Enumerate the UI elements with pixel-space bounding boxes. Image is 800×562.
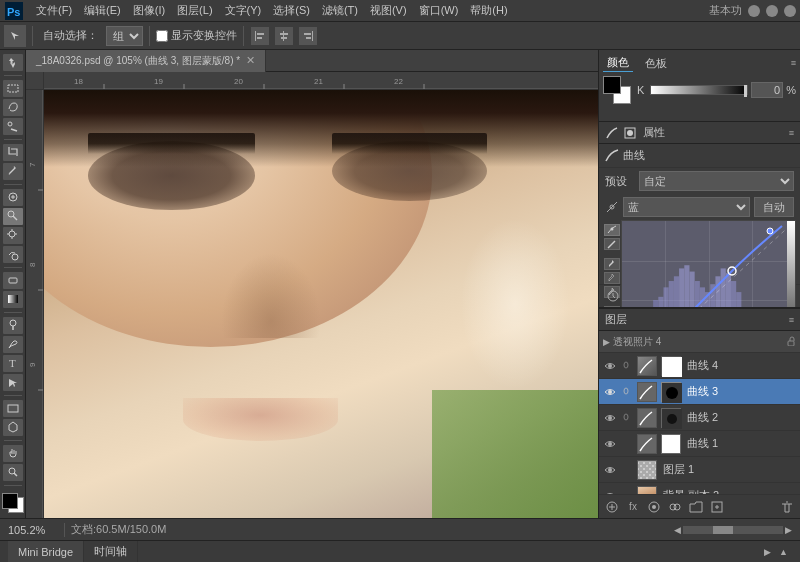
align-center-btn[interactable] (275, 27, 293, 45)
color-panel-tab1[interactable]: 颜色 (603, 54, 633, 72)
tool-brush[interactable] (3, 208, 23, 225)
scroll-arrow-right[interactable]: ▶ (785, 525, 792, 535)
menu-text[interactable]: 文字(Y) (219, 1, 268, 20)
menu-edit[interactable]: 编辑(E) (78, 1, 127, 20)
curves-reset-btn[interactable] (605, 288, 621, 304)
add-folder-btn[interactable] (687, 498, 705, 516)
properties-panel: 属性 ≡ 曲线 预设 自定 (599, 122, 800, 308)
tool-text[interactable]: T (3, 355, 23, 372)
tool-arrow[interactable] (4, 25, 26, 47)
tool-history-brush[interactable] (3, 246, 23, 263)
svg-line-54 (608, 241, 615, 248)
show-transform-checkbox[interactable] (156, 30, 168, 42)
eye-icon-curves1[interactable] (603, 437, 617, 451)
tool-clone[interactable] (3, 227, 23, 244)
properties-title: 属性 (643, 125, 665, 140)
layer-item-bg-copy2[interactable]: 背景 副本 2 (599, 483, 800, 494)
scroll-thumb[interactable] (713, 526, 733, 534)
fx-btn[interactable]: fx (624, 498, 642, 516)
curves-label: 曲线 (623, 148, 645, 163)
curve-area: WA (599, 220, 800, 284)
delete-layer-btn[interactable] (778, 498, 796, 516)
tool-lasso[interactable] (3, 99, 23, 116)
properties-panel-menu[interactable]: ≡ (789, 128, 794, 138)
curve-tool-eyedrop-sample[interactable] (604, 258, 620, 270)
tool-marquee[interactable] (3, 80, 23, 97)
menu-layer[interactable]: 图层(L) (171, 1, 218, 20)
bottom-scroll-right[interactable]: ▶ (760, 547, 775, 557)
svg-rect-4 (257, 33, 264, 35)
menu-file[interactable]: 文件(F) (30, 1, 78, 20)
tool-healing[interactable] (3, 189, 23, 206)
layer-thumb-curves4 (637, 356, 657, 376)
tool-3d[interactable] (3, 419, 23, 436)
eye-icon-curves4[interactable] (603, 359, 617, 373)
curve-selector-icon (605, 200, 619, 214)
layer-item-curves4[interactable]: 曲线 4 (599, 353, 800, 379)
curve-tool-pencil[interactable] (604, 238, 620, 250)
bottom-expand[interactable]: ▲ (775, 547, 792, 557)
align-right-btn[interactable] (299, 27, 317, 45)
preset-select[interactable]: 自定 (639, 171, 794, 191)
k-gradient-bar[interactable] (650, 85, 748, 95)
canvas-tab-close[interactable]: ✕ (246, 54, 255, 67)
align-left-btn[interactable] (251, 27, 269, 45)
foreground-color-swatch[interactable] (2, 493, 18, 509)
toolbar: 自动选择： 组 显示变换控件 (0, 22, 800, 50)
menu-filter[interactable]: 滤镜(T) (316, 1, 364, 20)
tool-path-select[interactable] (3, 374, 23, 391)
tool-crop[interactable] (3, 144, 23, 161)
eye-icon-layer1[interactable] (603, 463, 617, 477)
svg-rect-69 (689, 272, 694, 308)
svg-text:8: 8 (28, 262, 37, 267)
tool-eyedropper[interactable] (3, 163, 23, 180)
window-minimize[interactable] (748, 5, 760, 17)
curve-tool-eyedrop-shadow[interactable] (604, 272, 620, 284)
tool-eraser[interactable] (3, 272, 23, 289)
menu-select[interactable]: 选择(S) (267, 1, 316, 20)
add-layer-btn[interactable] (708, 498, 726, 516)
tool-hand[interactable] (3, 445, 23, 462)
window-maximize[interactable] (766, 5, 778, 17)
menu-view[interactable]: 视图(V) (364, 1, 413, 20)
curve-graph[interactable] (621, 220, 796, 308)
tool-move[interactable] (3, 54, 23, 71)
zoom-level[interactable]: 105.2% (8, 524, 58, 536)
layer-item-curves3[interactable]: 曲线 3 (599, 379, 800, 405)
tool-gradient[interactable] (3, 291, 23, 308)
auto-select-label: 自动选择： (39, 26, 102, 45)
tool-pen[interactable] (3, 336, 23, 353)
window-close[interactable] (784, 5, 796, 17)
fg-color-panel[interactable] (603, 76, 621, 94)
layer-item-curves2[interactable]: 曲线 2 (599, 405, 800, 431)
tool-magic-wand[interactable] (3, 118, 23, 135)
color-panel-tab2[interactable]: 色板 (641, 55, 671, 72)
tool-dodge[interactable] (3, 317, 23, 334)
layer-item-layer1[interactable]: 图层 1 (599, 457, 800, 483)
curve-tool-point[interactable] (604, 224, 620, 236)
layer-item-curves1[interactable]: 曲线 1 (599, 431, 800, 457)
add-mask-btn[interactable] (645, 498, 663, 516)
auto-select-dropdown[interactable]: 组 (106, 26, 143, 46)
show-transform-label[interactable]: 显示变换控件 (156, 28, 237, 43)
scroll-arrow-left[interactable]: ◀ (674, 525, 681, 535)
menu-image[interactable]: 图像(I) (127, 1, 171, 20)
menu-help[interactable]: 帮助(H) (464, 1, 513, 20)
layer-item-special[interactable]: ▶ 透视照片 4 (599, 331, 800, 353)
canvas-tab-active[interactable]: _18A0326.psd @ 105% (曲线 3, 图层蒙版/8) * ✕ (26, 50, 266, 72)
k-value-input[interactable]: 0 (751, 82, 783, 98)
menu-window[interactable]: 窗口(W) (413, 1, 465, 20)
tool-zoom[interactable] (3, 464, 23, 481)
tool-shape[interactable] (3, 400, 23, 417)
bottom-tab-timeline[interactable]: 时间轴 (84, 541, 138, 563)
eye-icon-curves3[interactable] (603, 385, 617, 399)
color-panel-menu[interactable]: ≡ (791, 58, 796, 68)
color-panel-content: K 0 % (603, 76, 796, 104)
add-link-btn[interactable] (603, 498, 621, 516)
bottom-tab-mini-bridge[interactable]: Mini Bridge (8, 541, 84, 563)
auto-button[interactable]: 自动 (754, 197, 794, 217)
eye-icon-curves2[interactable] (603, 411, 617, 425)
add-adjustment-btn[interactable] (666, 498, 684, 516)
layers-panel-menu[interactable]: ≡ (789, 315, 794, 325)
channel-select[interactable]: 蓝 (623, 197, 750, 217)
